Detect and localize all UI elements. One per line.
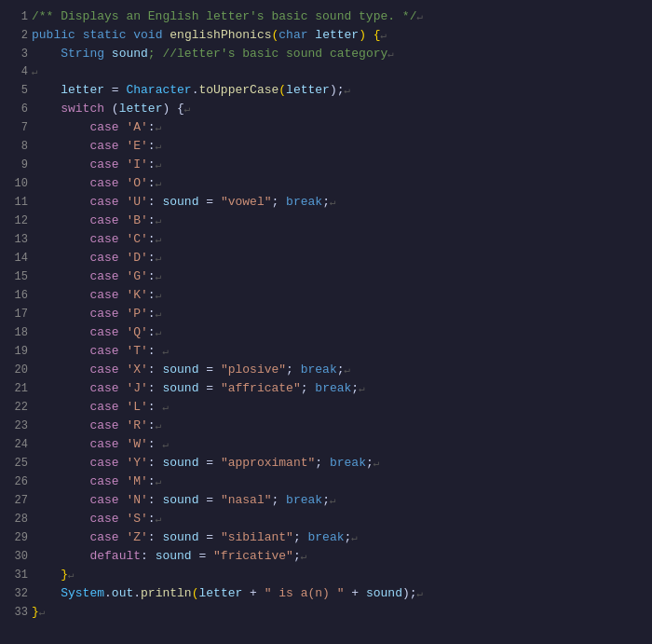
return-symbol: ↵ xyxy=(156,175,162,193)
code-line: 32 System.out.println(letter + " is a(n)… xyxy=(0,584,652,603)
line-number: 12 xyxy=(0,212,28,230)
line-number: 18 xyxy=(0,324,28,342)
line-number: 22 xyxy=(0,399,28,417)
line-number: 19 xyxy=(0,343,28,361)
return-symbol: ↵ xyxy=(345,362,351,379)
code-line: 11 case 'U': sound = "vowel"; break;↵ xyxy=(0,193,652,212)
return-symbol: ↵ xyxy=(184,101,191,118)
code-content: case 'S': xyxy=(32,510,156,528)
line-number: 5 xyxy=(0,82,28,100)
return-symbol: ↵ xyxy=(156,418,162,435)
code-line: 14 case 'D':↵ xyxy=(0,249,652,267)
line-number: 3 xyxy=(0,46,28,63)
return-symbol: ↵ xyxy=(156,250,162,267)
line-number: 1 xyxy=(0,8,28,26)
line-number: 14 xyxy=(0,250,28,267)
code-content: case 'G': xyxy=(32,267,156,285)
line-number: 25 xyxy=(0,455,28,473)
return-symbol: ↵ xyxy=(156,306,162,323)
code-line: 5 letter = Character.toUpperCase(letter)… xyxy=(0,81,652,100)
line-number: 6 xyxy=(0,101,28,118)
return-symbol: ↵ xyxy=(156,268,162,286)
line-number: 7 xyxy=(0,119,28,137)
line-number: 29 xyxy=(0,529,28,547)
code-line: 17 case 'P':↵ xyxy=(0,305,652,323)
code-line: 23 case 'R':↵ xyxy=(0,417,652,435)
code-line: 22 case 'L': ↵ xyxy=(0,398,652,417)
return-symbol: ↵ xyxy=(156,212,162,230)
code-line: 12 case 'B':↵ xyxy=(0,212,652,230)
code-content: public static void englishPhonics(char l… xyxy=(32,26,381,44)
code-line: 21 case 'J': sound = "affricate"; break;… xyxy=(0,379,652,398)
return-symbol: ↵ xyxy=(156,473,162,491)
code-line: 33}↵ xyxy=(0,603,652,622)
return-symbol: ↵ xyxy=(39,604,46,622)
code-content: switch (letter) { xyxy=(32,100,184,117)
return-symbol: ↵ xyxy=(330,194,336,212)
return-symbol: ↵ xyxy=(156,324,162,342)
code-content: case 'M': xyxy=(32,473,156,490)
line-number: 15 xyxy=(0,268,28,286)
code-line: 27 case 'N': sound = "nasal"; break;↵ xyxy=(0,491,652,510)
code-content: case 'D': xyxy=(32,249,156,267)
code-line: 4↵ xyxy=(0,63,652,81)
code-content: case 'E': xyxy=(32,137,156,155)
line-number: 31 xyxy=(0,567,28,584)
line-number: 2 xyxy=(0,27,28,45)
return-symbol: ↵ xyxy=(345,82,351,100)
line-number: 13 xyxy=(0,231,28,249)
code-content: System.out.println(letter + " is a(n) " … xyxy=(32,584,417,602)
code-content: case 'I': xyxy=(32,156,156,173)
code-content: String sound; //letter's basic sound cat… xyxy=(32,45,387,62)
line-number: 16 xyxy=(0,287,28,305)
code-line: 16 case 'K':↵ xyxy=(0,286,652,305)
code-content: case 'O': xyxy=(32,174,156,192)
code-content: case 'Q': xyxy=(32,323,156,341)
return-symbol: ↵ xyxy=(330,492,336,510)
return-symbol: ↵ xyxy=(162,436,169,454)
line-number: 32 xyxy=(0,585,28,603)
code-line: 30 default: sound = "fricative";↵ xyxy=(0,547,652,566)
code-content: case 'J': sound = "affricate"; break; xyxy=(32,379,359,397)
code-content: } xyxy=(32,603,39,621)
code-content: case 'X': sound = "plosive"; break; xyxy=(32,361,345,378)
code-content: /** Displays an English letter's basic s… xyxy=(32,7,416,25)
line-number: 8 xyxy=(0,138,28,156)
return-symbol: ↵ xyxy=(381,27,387,45)
line-number: 20 xyxy=(0,362,28,379)
code-content: case 'N': sound = "nasal"; break; xyxy=(32,491,330,509)
line-number: 4 xyxy=(0,63,28,81)
code-content: case 'W': xyxy=(32,435,162,453)
code-line: 13 case 'C':↵ xyxy=(0,230,652,249)
return-symbol: ↵ xyxy=(387,46,394,63)
line-number: 27 xyxy=(0,492,28,510)
return-symbol: ↵ xyxy=(156,287,162,305)
code-line: 26 case 'M':↵ xyxy=(0,473,652,491)
return-symbol: ↵ xyxy=(374,455,380,473)
return-symbol: ↵ xyxy=(156,157,162,174)
code-content: case 'L': xyxy=(32,398,162,416)
line-number: 28 xyxy=(0,511,28,528)
line-number: 9 xyxy=(0,157,28,174)
code-line: 18 case 'Q':↵ xyxy=(0,323,652,342)
line-number: 24 xyxy=(0,436,28,454)
return-symbol: ↵ xyxy=(416,8,423,26)
code-line: 19 case 'T': ↵ xyxy=(0,342,652,361)
code-line: 8 case 'E':↵ xyxy=(0,137,652,156)
code-line: 6 switch (letter) {↵ xyxy=(0,100,652,118)
return-symbol: ↵ xyxy=(156,119,162,137)
return-symbol: ↵ xyxy=(417,585,424,603)
line-number: 23 xyxy=(0,418,28,435)
code-line: 3 String sound; //letter's basic sound c… xyxy=(0,45,652,63)
code-content: case 'T': xyxy=(32,342,162,360)
code-line: 28 case 'S':↵ xyxy=(0,510,652,528)
code-line: 29 case 'Z': sound = "sibilant"; break;↵ xyxy=(0,528,652,547)
code-line: 31 }↵ xyxy=(0,566,652,584)
return-symbol: ↵ xyxy=(32,63,38,81)
line-number: 33 xyxy=(0,604,28,622)
code-content: case 'Z': sound = "sibilant"; break; xyxy=(32,528,351,546)
code-content: case 'Y': sound = "approximant"; break; xyxy=(32,454,374,472)
code-line: 15 case 'G':↵ xyxy=(0,267,652,286)
code-content: case 'A': xyxy=(32,118,156,136)
code-line: 7 case 'A':↵ xyxy=(0,118,652,137)
